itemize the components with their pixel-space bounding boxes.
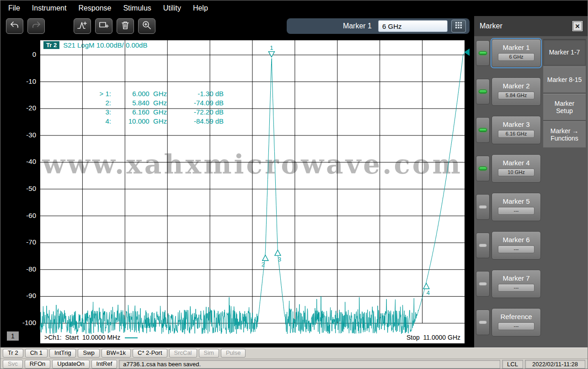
marker-row: Marker 6--- <box>476 231 541 260</box>
led-on-icon <box>479 51 487 55</box>
marker-row: Marker 7--- <box>476 270 541 298</box>
plot-footer: >Ch1: Start 10.0000 MHz Stop 11.0000 GHz <box>44 334 460 341</box>
svg-text:2: 2 <box>262 261 265 268</box>
marker-button-value: --- <box>498 207 535 215</box>
marker-led-button[interactable] <box>476 156 490 181</box>
status-button-intref[interactable]: IntRef <box>91 360 118 369</box>
marker-row: Marker 5--- <box>476 193 541 221</box>
status-button-updateon[interactable]: UpdateOn <box>52 360 89 369</box>
marker-button-value: --- <box>498 284 535 292</box>
peak-marker-add-button[interactable] <box>74 18 91 34</box>
status-bar-2-buttons: SvcRFOnUpdateOnIntRef <box>3 360 117 369</box>
status-message: a7736.1.csa has been saved. <box>119 360 500 369</box>
main-area: 0-10-20-30-40-50-60-70-80-90-100 Tr 2 S2… <box>0 36 588 347</box>
status-bar-1: Tr 2Ch 1IntTrigSwpBW=1kC* 2-PortSrcCalSi… <box>0 347 588 358</box>
marker-button-label: Marker 3 <box>502 120 529 128</box>
led-off-icon <box>479 205 487 209</box>
marker-row: Marker 25.84 GHz <box>476 77 541 106</box>
menu-item-instrument[interactable]: Instrument <box>26 4 73 12</box>
marker-button-marker-2[interactable]: Marker 25.84 GHz <box>492 77 541 106</box>
marker-button-reference[interactable]: Reference--- <box>492 308 541 336</box>
marker-button-value: 5.84 GHz <box>498 92 535 99</box>
marker-button-label: Marker 6 <box>502 236 529 244</box>
trace-legend-dash <box>125 337 138 338</box>
toolbar-band: Marker 1 Marker ✕ <box>0 16 588 36</box>
marker-button-label: Marker 1 <box>502 43 529 51</box>
led-off-icon <box>479 320 487 324</box>
marker-led-button[interactable] <box>476 117 490 143</box>
marker-panel: Marker 16 GHzMarker 25.84 GHzMarker 36.1… <box>474 36 588 347</box>
display-add-button[interactable] <box>95 18 112 34</box>
close-icon: ✕ <box>575 23 580 30</box>
y-axis-label: -80 <box>12 265 36 273</box>
peak-marker-add-icon <box>77 20 88 33</box>
y-axis-label: -40 <box>12 157 36 165</box>
lcl-indicator[interactable]: LCL <box>502 360 523 369</box>
marker-button-value: 10 GHz <box>498 168 535 176</box>
plot-region: 0-10-20-30-40-50-60-70-80-90-100 Tr 2 S2… <box>0 36 474 347</box>
tab-marker-setup[interactable]: Marker Setup <box>543 94 586 120</box>
status-button-rfon[interactable]: RFOn <box>25 360 51 369</box>
y-axis-label: -20 <box>12 104 36 112</box>
marker-button-marker-4[interactable]: Marker 410 GHz <box>492 154 541 183</box>
redo-icon <box>31 20 42 33</box>
menu-item-utility[interactable]: Utility <box>157 4 187 12</box>
zoom-button[interactable] <box>138 18 155 34</box>
marker-led-button[interactable] <box>476 40 490 66</box>
status-button-bw-1k[interactable]: BW=1k <box>102 349 131 358</box>
marker-led-button[interactable] <box>476 271 490 297</box>
marker-led-button[interactable] <box>476 309 490 335</box>
y-axis-label: 0 <box>12 50 36 58</box>
status-button-srccal: SrcCal <box>169 349 197 358</box>
y-axis-label: -100 <box>12 319 36 326</box>
marker-led-button[interactable] <box>476 194 490 220</box>
svg-text:1: 1 <box>270 44 273 51</box>
status-button-svc: Svc <box>3 360 23 369</box>
marker-button-label: Marker 7 <box>502 274 529 282</box>
marker-button-label: Marker 2 <box>502 82 529 90</box>
undo-icon <box>9 20 20 33</box>
menu-item-response[interactable]: Response <box>72 4 117 12</box>
undo-button[interactable] <box>6 18 23 34</box>
menu-bar: FileInstrumentResponseStimulusUtilityHel… <box>0 0 588 16</box>
status-button-swp[interactable]: Swp <box>78 349 99 358</box>
menu-item-help[interactable]: Help <box>187 4 214 12</box>
marker-button-value: --- <box>498 245 535 253</box>
led-off-icon <box>479 282 487 286</box>
marker-value-input[interactable] <box>378 20 448 32</box>
led-on-icon <box>479 128 487 132</box>
display-add-icon <box>98 20 109 33</box>
tab-marker-functions[interactable]: Marker → Functions <box>543 121 586 147</box>
menu-item-stimulus[interactable]: Stimulus <box>117 4 157 12</box>
marker-button-marker-1[interactable]: Marker 16 GHz <box>492 39 541 67</box>
marker-button-marker-3[interactable]: Marker 36.16 GHz <box>492 116 541 144</box>
vna-screen: FileInstrumentResponseStimulusUtilityHel… <box>0 0 588 369</box>
y-axis-label: -30 <box>12 131 36 139</box>
marker-row: Marker 410 GHz <box>476 154 541 183</box>
stimulus-stop: Stop 11.0000 GHz <box>406 334 460 341</box>
plot-area: Tr 2 S21 LogM 10.00dB/ 0.00dB > 1:6.000 … <box>40 40 465 344</box>
y-axis-label: -60 <box>12 212 36 219</box>
led-off-icon <box>479 244 487 247</box>
status-button-ch-1[interactable]: Ch 1 <box>25 349 48 358</box>
marker-led-button[interactable] <box>476 233 490 258</box>
y-axis-label: -90 <box>12 292 36 299</box>
plot-canvas: 1234 <box>40 40 465 344</box>
marker-button-marker-5[interactable]: Marker 5--- <box>492 193 541 221</box>
marker-panel-header: Marker ✕ <box>474 16 588 36</box>
status-button-c-2-port[interactable]: C* 2-Port <box>133 349 167 358</box>
marker-led-button[interactable] <box>476 79 490 104</box>
panel-close-button[interactable]: ✕ <box>573 22 582 31</box>
marker-button-marker-6[interactable]: Marker 6--- <box>492 231 541 260</box>
marker-button-marker-7[interactable]: Marker 7--- <box>492 270 541 298</box>
delete-button[interactable] <box>117 18 134 34</box>
trace-number-badge[interactable]: 1 <box>7 331 19 341</box>
zoom-icon <box>141 20 152 33</box>
tab-marker-1-7[interactable]: Marker 1-7 <box>543 39 586 65</box>
tab-marker-8-15[interactable]: Marker 8-15 <box>543 66 586 92</box>
toolbar <box>0 18 287 34</box>
keypad-button[interactable] <box>451 20 466 33</box>
status-button-tr-2[interactable]: Tr 2 <box>3 349 23 358</box>
status-button-inttrig[interactable]: IntTrig <box>49 349 76 358</box>
menu-item-file[interactable]: File <box>2 4 26 12</box>
